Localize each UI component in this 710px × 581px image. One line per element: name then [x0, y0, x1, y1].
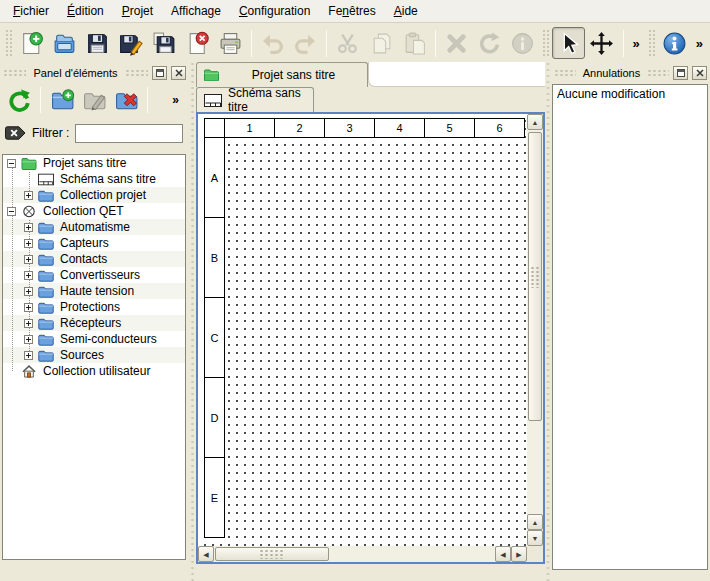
scroll-right-button[interactable]: ▶ — [511, 546, 527, 562]
copy-button[interactable] — [365, 27, 398, 59]
tree-item-contacts[interactable]: Contacts — [3, 251, 185, 267]
left-splitter[interactable] — [189, 63, 196, 581]
rotate-button[interactable] — [473, 27, 506, 59]
toolbar-overflow-button[interactable]: » — [628, 36, 645, 51]
new-document-button[interactable] — [15, 27, 48, 59]
print-button[interactable] — [214, 27, 247, 59]
scroll-down-button[interactable]: ▼ — [527, 530, 543, 546]
horizontal-scroll-thumb[interactable] — [215, 547, 329, 561]
visualisation-mode-button[interactable] — [585, 27, 618, 59]
menu-projet[interactable]: Projet — [113, 1, 162, 21]
vertical-scroll-thumb[interactable] — [528, 132, 542, 421]
paste-button[interactable] — [398, 27, 431, 59]
save-icon — [85, 31, 110, 56]
tree-item-projet-sans-titre[interactable]: Projet sans titre — [3, 155, 185, 171]
tab-projet-sans-titre[interactable]: Projet sans titre — [196, 62, 368, 87]
thumb-grip — [259, 549, 285, 559]
expand-icon[interactable] — [24, 287, 33, 296]
diagram-column-label: 1 — [225, 119, 275, 138]
diagram-column-label: 6 — [475, 119, 525, 138]
menu-aide[interactable]: Aide — [385, 1, 427, 21]
tree-item-protections[interactable]: Protections — [3, 299, 185, 315]
cut-button[interactable] — [331, 27, 364, 59]
reload-collections-button[interactable] — [4, 85, 34, 115]
expand-icon[interactable] — [24, 239, 33, 248]
expand-icon[interactable] — [24, 303, 33, 312]
collapse-icon[interactable] — [7, 159, 16, 168]
horizontal-scrollbar[interactable]: ◀ ◀ ▶ — [198, 546, 527, 562]
tree-item-schema-sans-titre[interactable]: Schéma sans titre — [3, 171, 185, 187]
rotate-icon — [477, 31, 502, 56]
delete-icon — [444, 31, 469, 56]
tab-schema-sans-titre[interactable]: Schéma sans titre — [196, 87, 314, 112]
expand-icon[interactable] — [24, 191, 33, 200]
toolbar-handle[interactable] — [5, 29, 12, 57]
toolbar-overflow-button[interactable]: » — [691, 36, 708, 51]
selection-mode-button[interactable] — [552, 27, 585, 59]
expand-icon[interactable] — [24, 335, 33, 344]
toolbar-handle[interactable] — [542, 29, 549, 57]
expand-icon[interactable] — [24, 255, 33, 264]
tree-item-collection-utilisateur[interactable]: Collection utilisateur — [3, 363, 185, 379]
undo-list-item[interactable]: Aucune modification — [553, 85, 707, 103]
filter-label: Filtrer : — [32, 126, 69, 140]
paste-icon — [402, 31, 427, 56]
save-all-button[interactable] — [148, 27, 181, 59]
close-file-button[interactable] — [181, 27, 214, 59]
new-category-button[interactable] — [47, 85, 77, 115]
expand-icon[interactable] — [24, 351, 33, 360]
tree-item-collection-qet[interactable]: Collection QET — [3, 203, 185, 219]
diagram-border: 123456 ABCDE — [204, 118, 525, 538]
home-icon — [21, 364, 38, 378]
elements-panel-titlebar[interactable]: Panel d'éléments — [3, 64, 186, 82]
scroll-up-button[interactable]: ▲ — [527, 114, 543, 130]
save-button[interactable] — [81, 27, 114, 59]
tree-guide — [12, 164, 13, 371]
scroll-left-button-2[interactable]: ◀ — [495, 546, 511, 562]
toolbar-handle[interactable] — [648, 29, 655, 57]
menu-affichage[interactable]: Affichage — [162, 1, 230, 21]
menu-edition[interactable]: Édition — [58, 1, 113, 21]
delete-category-button[interactable] — [111, 85, 141, 115]
expand-icon[interactable] — [24, 319, 33, 328]
folder-delete-icon — [114, 88, 139, 113]
close-panel-button[interactable] — [171, 66, 186, 80]
save-as-button[interactable] — [114, 27, 147, 59]
filter-input[interactable] — [75, 124, 183, 143]
save-all-icon — [152, 31, 177, 56]
menu-configuration[interactable]: Configuration — [230, 1, 319, 21]
menu-fichier[interactable]: Fichier — [4, 1, 58, 21]
edit-category-button[interactable] — [79, 85, 109, 115]
expand-icon[interactable] — [24, 223, 33, 232]
tree-item-recepteurs[interactable]: Récepteurs — [3, 315, 185, 331]
clear-filter-button[interactable] — [5, 125, 26, 141]
undo-panel-titlebar[interactable]: Annulations — [554, 64, 707, 82]
delete-button[interactable] — [440, 27, 473, 59]
float-panel-button[interactable] — [673, 66, 688, 80]
tree-item-semi-conducteurs[interactable]: Semi-conducteurs — [3, 331, 185, 347]
object-information-button[interactable] — [506, 27, 539, 59]
vertical-scrollbar[interactable]: ▲ ▲ ▼ — [527, 114, 543, 546]
float-panel-button[interactable] — [152, 66, 167, 80]
toolbar-overflow-button[interactable]: » — [172, 93, 179, 107]
toolbar-separator — [326, 30, 327, 57]
scroll-up-button-2[interactable]: ▲ — [527, 514, 543, 530]
menu-fenetres[interactable]: Fenêtres — [319, 1, 384, 21]
about-qet-button[interactable] — [658, 27, 691, 59]
tree-item-label: Semi-conducteurs — [60, 332, 157, 346]
close-panel-button[interactable] — [692, 66, 707, 80]
tree-item-automatisme[interactable]: Automatisme — [3, 219, 185, 235]
tree-item-collection-projet[interactable]: Collection projet — [3, 187, 185, 203]
scroll-left-button[interactable]: ◀ — [198, 546, 214, 562]
tree-item-sources[interactable]: Sources — [3, 347, 185, 363]
undo-panel-title: Annulations — [580, 67, 644, 79]
redo-button[interactable] — [289, 27, 322, 59]
diagram-canvas[interactable]: 123456 ABCDE — [198, 114, 527, 546]
undo-button[interactable] — [256, 27, 289, 59]
collapse-icon[interactable] — [7, 207, 16, 216]
expand-icon[interactable] — [24, 271, 33, 280]
tree-item-capteurs[interactable]: Capteurs — [3, 235, 185, 251]
tree-item-convertisseurs[interactable]: Convertisseurs — [3, 267, 185, 283]
tree-item-haute-tension[interactable]: Haute tension — [3, 283, 185, 299]
open-project-button[interactable] — [48, 27, 81, 59]
